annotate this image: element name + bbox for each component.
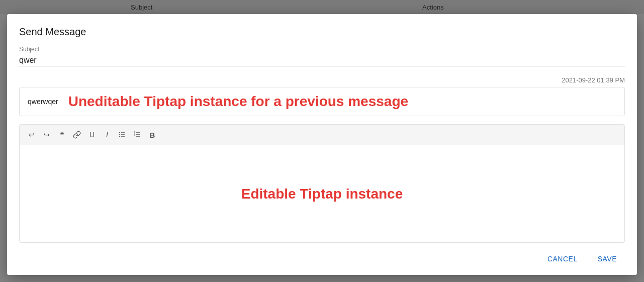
send-message-modal: Send Message Subject 2021-09-22 01:39 PM… <box>7 14 637 275</box>
svg-point-2 <box>119 134 120 135</box>
bold-button[interactable]: B <box>145 128 159 142</box>
svg-rect-11 <box>136 136 140 137</box>
save-button[interactable]: SAVE <box>590 251 625 267</box>
subject-input[interactable] <box>19 55 625 66</box>
link-button[interactable] <box>70 128 84 142</box>
modal-title: Send Message <box>7 14 637 46</box>
svg-rect-3 <box>121 134 125 135</box>
svg-rect-7 <box>136 132 140 133</box>
svg-point-4 <box>119 136 120 137</box>
bullet-list-button[interactable] <box>115 128 129 142</box>
svg-rect-9 <box>136 134 140 135</box>
redo-button[interactable]: ↪ <box>40 128 54 142</box>
subject-label: Subject <box>19 46 625 53</box>
editor-container: ↩ ↪ ❝ U I <box>19 124 625 243</box>
previous-message-text: qwerwqer <box>28 98 58 106</box>
blockquote-button[interactable]: ❝ <box>55 128 69 142</box>
modal-footer: CANCEL SAVE <box>7 243 637 275</box>
svg-text:3.: 3. <box>134 135 136 138</box>
italic-button[interactable]: I <box>100 128 114 142</box>
editor-content[interactable]: Editable Tiptap instance <box>20 145 624 242</box>
undo-button[interactable]: ↩ <box>25 128 39 142</box>
cancel-button[interactable]: CANCEL <box>539 251 586 267</box>
svg-point-0 <box>119 132 120 133</box>
subject-field: Subject <box>19 46 625 66</box>
modal-body: Subject 2021-09-22 01:39 PM qwerwqer Une… <box>7 46 637 243</box>
editable-tiptap-label: Editable Tiptap instance <box>241 186 403 202</box>
previous-message-container: qwerwqer Uneditable Tiptap instance for … <box>19 87 625 116</box>
svg-rect-1 <box>121 132 125 133</box>
ordered-list-button[interactable]: 1. 2. 3. <box>130 128 144 142</box>
uneditable-tiptap-label: Uneditable Tiptap instance for a previou… <box>68 93 408 110</box>
timestamp: 2021-09-22 01:39 PM <box>19 76 625 84</box>
underline-button[interactable]: U <box>85 128 99 142</box>
svg-rect-5 <box>121 136 125 137</box>
editor-toolbar: ↩ ↪ ❝ U I <box>20 125 624 145</box>
